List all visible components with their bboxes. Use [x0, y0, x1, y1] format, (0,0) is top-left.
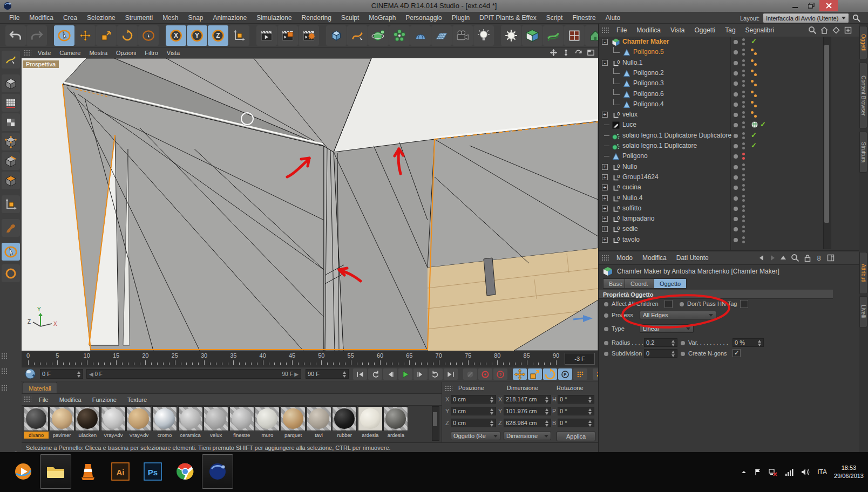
goto-start-button[interactable]	[353, 368, 367, 380]
key-parameter-button[interactable]: P	[558, 368, 572, 380]
taskbar-chrome[interactable]	[169, 454, 201, 489]
material-preview[interactable]	[152, 406, 177, 431]
menu-mesh[interactable]: Mesh	[158, 14, 183, 22]
material-preview[interactable]	[229, 406, 254, 431]
brush-selection-mode-button[interactable]	[2, 243, 20, 261]
anim-dot[interactable]	[681, 341, 685, 345]
material-item[interactable]: tavi	[307, 406, 331, 439]
taskbar-media-player[interactable]	[8, 454, 39, 489]
add-floor-button[interactable]	[431, 25, 452, 46]
position-z-field[interactable]: 0 cm	[451, 419, 496, 427]
material-name[interactable]: VrayAdv	[101, 432, 126, 439]
tree-row[interactable]: +0sedie	[599, 224, 847, 234]
anim-dot[interactable]	[604, 341, 608, 345]
subdivision-field[interactable]: 0	[644, 349, 677, 358]
menu-selezione[interactable]: Selezione	[82, 14, 120, 22]
up-tri-icon[interactable]	[780, 255, 786, 261]
position-y-field[interactable]: 0 cm	[451, 407, 496, 415]
frame-offset-field[interactable]: -3 F	[565, 353, 595, 365]
material-name[interactable]: Blacken	[75, 432, 100, 439]
visibility-dot[interactable]	[734, 217, 738, 221]
editor-dot[interactable]	[742, 226, 745, 228]
tree-row[interactable]: +0velux	[599, 110, 847, 120]
restore-button[interactable]	[803, 0, 819, 11]
visibility-dot[interactable]	[734, 61, 738, 65]
editor-dot[interactable]	[742, 205, 745, 208]
visibility-dot[interactable]	[734, 196, 738, 201]
editor-dot[interactable]	[742, 174, 745, 176]
material-item[interactable]: ardesia	[383, 406, 408, 439]
tree-row[interactable]: Luce✓	[599, 120, 847, 130]
editor-dot[interactable]	[742, 101, 745, 104]
material-name[interactable]: finestre	[229, 432, 254, 439]
radius-field[interactable]: 0.2	[644, 338, 677, 347]
layout-dropdown[interactable]: Interfaccia di Avvio (Utente)	[763, 13, 849, 23]
plus-box-icon[interactable]	[844, 26, 852, 35]
type-dropdown[interactable]: Linear	[640, 324, 694, 333]
undo-button[interactable]	[5, 25, 26, 46]
goto-end-button[interactable]	[444, 368, 458, 380]
magnifier-icon[interactable]	[791, 254, 799, 262]
view-label[interactable]: Prospettiva	[23, 60, 59, 68]
expand-toggle[interactable]: +	[602, 184, 608, 190]
material-name[interactable]: rubber	[332, 432, 357, 439]
panel-grip[interactable]	[601, 255, 609, 262]
render-dot[interactable]	[742, 43, 745, 45]
previous-key-button[interactable]	[368, 368, 382, 380]
enabled-check-icon[interactable]: ✓	[751, 131, 757, 139]
diamond-icon[interactable]	[832, 26, 840, 35]
editor-dot[interactable]	[742, 91, 745, 93]
add-generator-button[interactable]	[368, 25, 389, 46]
panel-tab-content-browser[interactable]: Content Browser	[859, 63, 867, 128]
anim-dot[interactable]	[604, 327, 608, 331]
viewport-menu-filtro[interactable]: Filtro	[140, 50, 162, 56]
viewport-menu-camere[interactable]: Camere	[55, 50, 85, 56]
tree-row[interactable]: Poligono.3	[599, 78, 847, 88]
material-item[interactable]: velux	[204, 406, 228, 439]
clock[interactable]: 18:53 29/06/2013	[834, 464, 864, 480]
material-name[interactable]: muro	[255, 432, 280, 439]
material-preview[interactable]	[332, 406, 357, 431]
dimension-x-field[interactable]: 218.147 cm	[504, 395, 551, 404]
enabled-check-icon[interactable]: ✓	[751, 37, 757, 45]
move-button[interactable]	[75, 25, 96, 46]
material-preview[interactable]	[24, 406, 49, 431]
tree-row[interactable]: Poligono.5	[599, 47, 847, 57]
material-name[interactable]: tavi	[307, 432, 331, 439]
tree-row[interactable]: Poligono.4	[599, 99, 847, 110]
menu-personaggio[interactable]: Personaggio	[401, 14, 446, 22]
volume-icon[interactable]	[801, 468, 810, 476]
enabled-check-icon[interactable]: ✓	[751, 141, 757, 149]
viewport-menu-opzioni[interactable]: Opzioni	[112, 50, 140, 56]
anim-dot[interactable]	[681, 352, 685, 356]
play-button[interactable]	[398, 368, 412, 380]
render-dot[interactable]	[742, 168, 745, 170]
viewport-menu-viste[interactable]: Viste	[33, 50, 55, 56]
render-dot[interactable]	[742, 105, 745, 108]
material-name[interactable]: divano	[24, 432, 49, 439]
material-name[interactable]: cromo	[152, 432, 177, 439]
render-dot[interactable]	[742, 220, 745, 222]
flag-icon[interactable]	[754, 468, 762, 476]
spinner[interactable]	[342, 370, 347, 378]
editor-dot[interactable]	[742, 121, 745, 124]
editor-dot[interactable]	[742, 236, 745, 239]
editor-dot[interactable]	[742, 184, 745, 187]
expand-toggle[interactable]: +	[602, 216, 608, 222]
materials-menu-modifica[interactable]: Modifica	[54, 397, 87, 403]
editor-dot[interactable]	[742, 163, 745, 166]
live-selection-button[interactable]	[54, 25, 74, 46]
vp-pan-icon[interactable]	[550, 49, 558, 57]
material-item[interactable]: ceramica	[178, 406, 203, 439]
annotate-pen-button[interactable]	[2, 51, 20, 69]
lock-icon[interactable]	[804, 254, 811, 262]
visibility-dot[interactable]	[734, 123, 738, 127]
visibility-dot[interactable]	[734, 186, 738, 190]
add-light-button[interactable]	[473, 25, 494, 46]
material-item[interactable]: VrayAdv	[101, 406, 126, 439]
lock-z-button[interactable]: Z	[208, 25, 228, 46]
om-menu-vista[interactable]: Vista	[666, 26, 689, 34]
tree-row[interactable]: +0Nullo.4	[599, 193, 847, 203]
previous-frame-button[interactable]	[383, 368, 397, 380]
add-camera-button[interactable]	[452, 25, 473, 46]
